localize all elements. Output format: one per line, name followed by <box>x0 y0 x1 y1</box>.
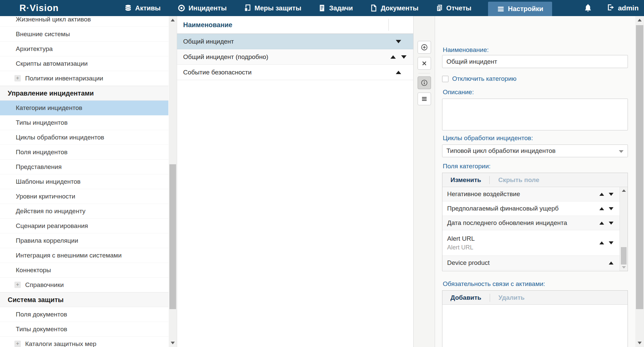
remove-relation-button[interactable]: Удалить <box>498 294 525 301</box>
field-row[interactable]: Дата последнего обновления инцидента <box>442 216 620 230</box>
rvision-settings-page: R·Vision АктивыИнцидентыМеры защитыЗадач… <box>0 0 644 347</box>
expand-plus-icon[interactable]: + <box>14 282 21 288</box>
sidebar-item[interactable]: Типы документов <box>0 322 168 337</box>
category-fields-label: Поля категории: <box>443 163 491 170</box>
move-down-icon[interactable] <box>609 207 613 210</box>
field-row[interactable]: Предполагаемый финансовый ущерб <box>442 201 620 216</box>
sidebar-item[interactable]: Шаблоны инцидентов <box>0 174 168 189</box>
sidebar-item[interactable]: Уровни критичности <box>0 189 168 204</box>
move-up-icon[interactable] <box>599 193 604 196</box>
sidebar-item[interactable]: Коннекторы <box>0 263 168 278</box>
scroll-down-icon[interactable] <box>171 342 175 344</box>
disable-category-checkbox[interactable] <box>442 76 448 82</box>
scroll-up-icon[interactable] <box>638 19 642 21</box>
field-row[interactable]: Device product <box>442 256 620 270</box>
scroll-up-icon[interactable] <box>171 19 175 21</box>
sidebar-item[interactable]: Скрипты автоматизации <box>0 56 168 71</box>
edit-field-button[interactable]: Изменить <box>450 176 481 184</box>
field-row[interactable]: Негативное воздействие <box>442 187 620 201</box>
nav-item-label: Задачи <box>329 4 353 12</box>
cycles-selected-value: Типовой цикл обработки инцидентов <box>446 147 555 155</box>
move-up-icon[interactable] <box>599 241 604 244</box>
move-down-icon[interactable] <box>396 40 401 43</box>
scroll-up-icon[interactable] <box>622 189 626 192</box>
scroll-down-icon[interactable] <box>622 266 626 269</box>
category-name: Общий инцидент <box>183 38 386 45</box>
description-textarea[interactable] <box>442 99 628 130</box>
sidebar-item[interactable]: Правила корреляции <box>0 233 168 248</box>
sidebar-item[interactable]: Поля инцидентов <box>0 145 168 160</box>
sidebar-item[interactable]: +Политики инвентаризации <box>0 71 168 86</box>
nav-item-documents[interactable]: Документы <box>370 0 418 16</box>
sidebar-item[interactable]: Представления <box>0 160 168 174</box>
cycles-select[interactable]: Типовой цикл обработки инцидентов <box>442 144 628 157</box>
move-down-icon[interactable] <box>609 241 613 244</box>
scrollbar-thumb[interactable] <box>621 247 627 265</box>
hide-field-button[interactable]: Скрыть поле <box>498 176 539 184</box>
categories-toolbar <box>413 16 435 347</box>
sidebar-item[interactable]: +Справочники <box>0 278 168 292</box>
move-up-icon[interactable] <box>390 55 396 59</box>
sidebar-item[interactable]: Типы инцидентов <box>0 115 168 130</box>
move-up-icon[interactable] <box>396 71 401 74</box>
assets-relation-empty-list[interactable] <box>442 305 628 347</box>
disable-category-option[interactable]: Отключить категорию <box>442 75 517 82</box>
sidebar-item-label: Шаблоны инцидентов <box>16 178 80 185</box>
nav-item-reports[interactable]: Отчеты <box>435 0 472 16</box>
sidebar-item[interactable]: Поля документов <box>0 307 168 322</box>
move-down-icon[interactable] <box>609 193 613 196</box>
move-down-icon[interactable] <box>609 222 613 225</box>
sidebar-item[interactable]: Циклы обработки инцидентов <box>0 130 168 145</box>
nav-item-label: Документы <box>381 4 418 12</box>
add-button[interactable] <box>418 41 431 54</box>
sidebar-item[interactable]: Жизненный цикл активов <box>0 16 168 27</box>
nav-item-measures[interactable]: Меры защиты <box>244 0 301 16</box>
info-button[interactable] <box>418 76 431 89</box>
category-row[interactable]: Общий инцидент <box>177 34 413 49</box>
sidebar-item[interactable]: Действия по инциденту <box>0 204 168 219</box>
move-up-icon[interactable] <box>609 262 613 265</box>
app-logo[interactable]: R·Vision <box>19 0 59 16</box>
category-row[interactable]: Общий инцидент (подробно) <box>177 49 413 65</box>
sidebar-item[interactable]: Архитектура <box>0 42 168 56</box>
name-input[interactable] <box>442 55 628 68</box>
sidebar-item-label: Коннекторы <box>16 267 51 274</box>
sidebar-item[interactable]: Интеграция с внешними системами <box>0 248 168 263</box>
tasks-list-icon <box>318 4 326 12</box>
sidebar-item[interactable]: Внешние системы <box>0 27 168 42</box>
sidebar-item-label: Представления <box>16 163 62 171</box>
sort-arrows <box>599 207 613 210</box>
notifications-bell-icon[interactable] <box>584 4 592 12</box>
add-relation-button[interactable]: Добавить <box>450 294 481 301</box>
nav-item-tasks[interactable]: Задачи <box>318 0 353 16</box>
nav-item-assets[interactable]: Активы <box>124 0 161 16</box>
field-label: Device product <box>447 258 609 267</box>
category-row[interactable]: Событие безопасности <box>177 65 413 80</box>
sidebar-item[interactable]: Категории инцидентов <box>0 101 168 115</box>
sidebar-item[interactable]: +Каталоги защитных мер <box>0 337 168 347</box>
scrollbar-thumb[interactable] <box>169 164 176 309</box>
nav-item-settings[interactable]: Настройки <box>488 2 552 16</box>
scroll-down-icon[interactable] <box>638 342 642 344</box>
expand-plus-icon[interactable]: + <box>14 75 21 81</box>
list-button[interactable] <box>418 93 431 105</box>
assets-database-icon <box>124 4 132 12</box>
expand-plus-icon[interactable]: + <box>14 341 21 347</box>
category-name: Событие безопасности <box>183 69 386 76</box>
page-scrollbar[interactable] <box>635 16 644 347</box>
move-up-icon[interactable] <box>599 222 604 225</box>
sidebar-scrollbar[interactable] <box>169 16 177 347</box>
sidebar-item[interactable]: Сценарии реагирования <box>0 219 168 233</box>
move-down-icon[interactable] <box>401 55 407 59</box>
move-up-icon[interactable] <box>599 207 604 210</box>
menu-icon <box>421 95 428 103</box>
fields-scrollbar[interactable] <box>620 187 628 271</box>
field-row[interactable]: Alert URLAlert URL <box>442 230 620 256</box>
column-header-row[interactable]: Наименование <box>177 16 413 34</box>
user-menu[interactable]: admin <box>607 3 639 13</box>
column-header-name[interactable]: Наименование <box>183 21 232 29</box>
scrollbar-thumb[interactable] <box>636 25 643 309</box>
nav-item-incidents[interactable]: Инциденты <box>177 0 227 16</box>
delete-button[interactable] <box>418 57 431 70</box>
sidebar-item-label: Типы инцидентов <box>16 119 68 126</box>
